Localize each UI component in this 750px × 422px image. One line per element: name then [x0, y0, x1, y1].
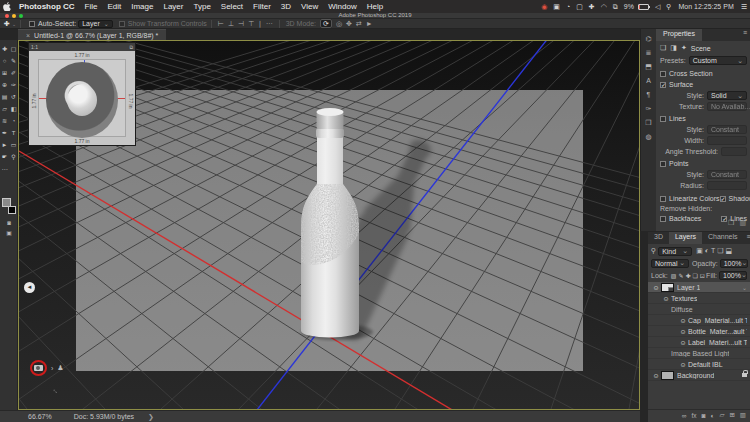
eyedropper-tool[interactable]: ✐ [11, 67, 16, 79]
materials-filter-icon[interactable]: ✦ [681, 44, 687, 52]
layer-thumbnail[interactable] [661, 371, 674, 380]
menu-item-file[interactable]: File [80, 2, 103, 11]
time-machine-icon[interactable]: ◔ [566, 3, 570, 10]
tab-3d[interactable]: 3D [648, 232, 669, 244]
move-tool[interactable]: ✚ [2, 43, 7, 55]
surface-checkbox[interactable]: ✓ [660, 82, 666, 88]
linearize-colors-checkbox[interactable] [660, 196, 666, 202]
align-icon-1[interactable]: ⊥ [228, 20, 234, 27]
filter-type-icon[interactable]: T [711, 247, 715, 255]
lines-width-field[interactable] [707, 136, 747, 145]
visibility-eye-icon[interactable]: ⊙ [678, 317, 688, 324]
layer-row[interactable]: ⊙Background [648, 370, 750, 381]
lock-artboard-icon[interactable]: ❏ [692, 273, 697, 279]
filter-shape-icon[interactable]: ❏ [717, 247, 723, 255]
render-icon[interactable]: ❐ [728, 219, 734, 226]
visibility-eye-icon[interactable]: ⊙ [678, 361, 688, 368]
battery-icon[interactable] [638, 4, 649, 10]
zoom-level-field[interactable]: 66.67% [28, 413, 52, 420]
pan-3d-camera-icon[interactable]: ✥ [346, 20, 352, 27]
points-checkbox[interactable] [660, 161, 666, 167]
layer-name[interactable]: Textures [671, 295, 697, 302]
opacity-dropdown[interactable]: 100%⌄ [720, 259, 748, 268]
points-style-dropdown[interactable]: Constant [707, 170, 747, 179]
screen-mode-button[interactable]: ▣ [0, 228, 18, 238]
delete-icon[interactable]: ▥ [739, 219, 746, 226]
color-swatches[interactable] [2, 198, 16, 214]
layer-name[interactable]: Diffuse [671, 306, 693, 313]
backfaces-checkbox[interactable] [660, 216, 666, 222]
menu-item-window[interactable]: Window [323, 2, 361, 11]
auto-select-target-dropdown[interactable]: Layer⌄ [78, 20, 113, 28]
lines-checkbox[interactable] [660, 116, 666, 122]
layer-row[interactable]: ⊙Default IBL [648, 359, 750, 370]
camera-icon[interactable] [34, 365, 43, 371]
blend-mode-dropdown[interactable]: Normal⌄ [651, 259, 689, 268]
align-icon-5[interactable]: ⋯ [266, 20, 273, 27]
mesh-filter-icon[interactable]: ◨ [670, 44, 677, 52]
orbit-3d-camera-icon[interactable]: ⟳ [320, 19, 332, 28]
roll-3d-camera-icon[interactable]: ◎ [336, 20, 342, 27]
visibility-eye-icon[interactable]: ⊙ [661, 295, 671, 302]
visibility-eye-icon[interactable]: ⊙ [678, 328, 688, 335]
layer-name[interactable]: Cap_Material...ult Texture [688, 317, 747, 324]
display-capture-icon[interactable]: ▣ [553, 3, 560, 10]
orbit-figure-icon[interactable]: ♟ [57, 364, 63, 372]
close-tab-icon[interactable]: × [26, 32, 30, 39]
layer-name[interactable]: Layer 1 [677, 284, 700, 291]
paragraph-panel-icon[interactable]: ¶ [647, 91, 651, 105]
type-tool[interactable]: T [12, 127, 16, 139]
tab-layers[interactable]: Layers [669, 232, 702, 244]
surface-style-dropdown[interactable]: Solid⌄ [707, 91, 747, 100]
quick-mask-button[interactable]: ◙ [0, 218, 18, 228]
lock-pixels-icon[interactable]: ✎ [678, 273, 683, 279]
visibility-eye-icon[interactable]: ⊙ [678, 339, 688, 346]
eraser-tool[interactable]: ▱ [2, 103, 7, 115]
layer-thumbnail[interactable] [661, 283, 674, 292]
current-tool-icon[interactable]: ✚ [4, 20, 10, 28]
layer-name[interactable]: Background [677, 372, 714, 379]
lock-transparency-icon[interactable]: ▨ [671, 273, 677, 279]
menu-item-image[interactable]: Image [126, 2, 158, 11]
brushes-panel-icon[interactable]: ✑ [646, 105, 652, 119]
status-options-icon[interactable]: ❯ [148, 413, 154, 421]
lock-all-icon[interactable]: ⊡ [700, 273, 705, 279]
menu-item-type[interactable]: Type [188, 2, 215, 11]
texture-dropdown[interactable]: No Availab... [707, 102, 747, 111]
background-color-swatch[interactable] [8, 206, 16, 214]
menu-item-photoshop-cc[interactable]: Photoshop CC [14, 2, 80, 11]
layer-mask-icon[interactable]: ◙ [702, 412, 706, 419]
auto-select-checkbox[interactable] [29, 21, 35, 27]
align-icon-4[interactable]: ∣ [258, 20, 262, 27]
menu-item-layer[interactable]: Layer [158, 2, 188, 11]
delete-layer-icon[interactable]: ▥ [740, 411, 746, 419]
quick-selection-tool[interactable]: ✎ [11, 55, 16, 67]
secondary-view-toggle-button[interactable]: ◄ [24, 282, 35, 293]
hand-tool[interactable]: ☛ [2, 151, 7, 163]
crop-tool[interactable]: ⊞ [2, 67, 7, 79]
panel-menu-icon[interactable]: ≡ [743, 29, 750, 41]
menu-item-select[interactable]: Select [216, 2, 248, 11]
layer-row[interactable]: ⊙Cap_Material...ult Texture [648, 315, 750, 326]
align-icon-0[interactable]: ⊢ [218, 20, 224, 27]
layer-row[interactable]: ⊙Label_Materi...ult Texture [648, 337, 750, 348]
info-panel-icon[interactable]: ≣ [646, 49, 652, 63]
link-layers-icon[interactable]: ∞ [682, 412, 687, 419]
airplay-icon[interactable]: ⧉ [613, 3, 618, 10]
chevron-icon[interactable]: › [51, 365, 53, 372]
layer-name[interactable]: Image Based Light [671, 350, 729, 357]
blur-tool[interactable]: ≋ [2, 115, 7, 127]
lock-position-icon[interactable]: ✚ [685, 273, 690, 279]
show-transform-checkbox[interactable] [119, 21, 125, 27]
secondary-view-panel[interactable]: 1:1 ⧉ 1.77 in 1.77 in 1.77 in 1.77 in [28, 42, 136, 146]
new-layer-icon[interactable]: ⊞ [729, 411, 734, 419]
healing-brush-tool[interactable]: ⊕ [2, 79, 7, 91]
presets-dropdown[interactable]: Custom⌄ [689, 56, 747, 65]
menu-item-edit[interactable]: Edit [102, 2, 126, 11]
group-layers-icon[interactable]: ▱ [719, 411, 724, 419]
history-brush-tool[interactable]: ↺ [11, 91, 16, 103]
tab-channels[interactable]: Channels [702, 232, 744, 244]
layer-name[interactable]: Label_Materi...ult Texture [688, 339, 747, 346]
filter-pixel-icon[interactable]: ▣ [696, 247, 703, 255]
adjustment-layer-icon[interactable]: ◐ [710, 412, 714, 419]
